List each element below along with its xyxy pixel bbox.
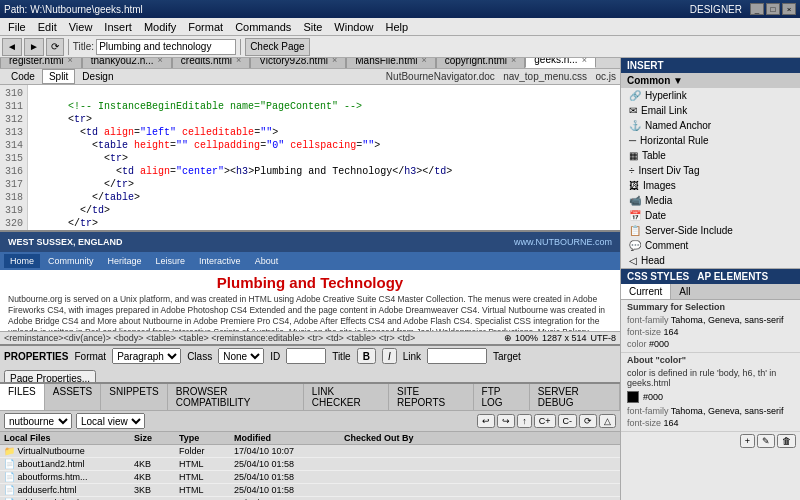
- tab-mansfile[interactable]: MansFile.html ×: [346, 58, 436, 68]
- tab-credits[interactable]: credits.html ×: [172, 58, 250, 68]
- design-tab[interactable]: Design: [75, 69, 120, 84]
- file-row-1[interactable]: 📁 VirtualNutbourneFolder17/04/10 10:07: [0, 445, 620, 458]
- title-input[interactable]: [96, 39, 236, 55]
- menu-format[interactable]: Format: [182, 20, 229, 34]
- table-label: Table: [642, 150, 666, 161]
- files-btn-6[interactable]: ⟳: [579, 414, 597, 428]
- menu-site[interactable]: Site: [297, 20, 328, 34]
- files-btn-1[interactable]: ↩: [477, 414, 495, 428]
- tab-geeks[interactable]: geeks.h... ×: [525, 58, 596, 68]
- insert-comment[interactable]: 💬 Comment: [621, 238, 800, 253]
- nav-community[interactable]: Community: [42, 254, 100, 268]
- hyperlink-label: Hyperlink: [645, 90, 687, 101]
- insert-hr[interactable]: ─ Horizontal Rule: [621, 133, 800, 148]
- tab-assets[interactable]: ASSETS: [45, 384, 101, 410]
- files-btn-4[interactable]: C+: [534, 414, 556, 428]
- toolbar-forward[interactable]: ►: [24, 38, 44, 56]
- tab-victory[interactable]: Victory928.html ×: [250, 58, 346, 68]
- tab-files[interactable]: FILES: [0, 384, 45, 410]
- tab-link-checker[interactable]: LINK CHECKER: [304, 384, 389, 410]
- insert-images[interactable]: 🖼 Images: [621, 178, 800, 193]
- css-tab-bar: Current All: [621, 284, 800, 300]
- close-button[interactable]: ×: [782, 3, 796, 15]
- files-btn-5[interactable]: C-: [558, 414, 578, 428]
- code-tab[interactable]: Code: [4, 69, 42, 84]
- menu-help[interactable]: Help: [379, 20, 414, 34]
- check-page-btn[interactable]: Check Page: [245, 38, 309, 56]
- css-rule-2: font-size 164: [621, 417, 800, 429]
- class-select[interactable]: None: [218, 348, 264, 364]
- minimize-button[interactable]: _: [750, 3, 764, 15]
- code-view[interactable]: 310311312313314 315316317318319 32032132…: [0, 85, 620, 230]
- bold-btn[interactable]: B: [357, 348, 376, 364]
- toolbar-back[interactable]: ◄: [2, 38, 22, 56]
- email-icon: ✉: [629, 105, 637, 116]
- code-content[interactable]: <!-- InstanceBeginEditable name="PageCon…: [28, 85, 620, 230]
- nav-home[interactable]: Home: [4, 254, 40, 268]
- menu-modify[interactable]: Modify: [138, 20, 182, 34]
- title-bar: Path: W:\Nutbourne\geeks.html DESIGNER _…: [0, 0, 800, 18]
- css-color-row: #000: [621, 389, 800, 405]
- tab-thankyou[interactable]: thankyou2.h... ×: [82, 58, 172, 68]
- hr-icon: ─: [629, 135, 636, 146]
- tab-browser-compat[interactable]: BROWSER COMPATIBILITY: [168, 384, 304, 410]
- menu-file[interactable]: File: [2, 20, 32, 34]
- insert-email-link[interactable]: ✉ Email Link: [621, 103, 800, 118]
- tab-snippets[interactable]: SNIPPETS: [101, 384, 167, 410]
- insert-div[interactable]: ÷ Insert Div Tag: [621, 163, 800, 178]
- menu-view[interactable]: View: [63, 20, 99, 34]
- toolbar-refresh[interactable]: ⟳: [46, 38, 64, 56]
- tab-copyright[interactable]: copyright.html ×: [436, 58, 526, 68]
- link-input[interactable]: [427, 348, 487, 364]
- comment-label: Comment: [645, 240, 688, 251]
- nav-leisure[interactable]: Leisure: [150, 254, 192, 268]
- css-tab-current[interactable]: Current: [621, 284, 671, 299]
- site-select[interactable]: nutbourne: [4, 413, 72, 429]
- insert-date[interactable]: 📅 Date: [621, 208, 800, 223]
- menu-edit[interactable]: Edit: [32, 20, 63, 34]
- menu-insert[interactable]: Insert: [98, 20, 138, 34]
- file-row-2[interactable]: 📄 about1and2.html4KBHTML25/04/10 01:58: [0, 458, 620, 471]
- preview-header-bar: WEST SUSSEX, ENGLAND www.NUTBOURNE.com: [0, 232, 620, 252]
- line-numbers: 310311312313314 315316317318319 32032132…: [0, 85, 28, 230]
- insert-hyperlink[interactable]: 🔗 Hyperlink: [621, 88, 800, 103]
- css-tab-all[interactable]: All: [671, 284, 698, 299]
- file-path: NutBourneNavigator.doc nav_top_menu.css …: [386, 71, 616, 82]
- menu-window[interactable]: Window: [328, 20, 379, 34]
- id-input[interactable]: [286, 348, 326, 364]
- files-btn-3[interactable]: ↑: [517, 414, 532, 428]
- insert-named-anchor[interactable]: ⚓ Named Anchor: [621, 118, 800, 133]
- file-row-3[interactable]: 📄 aboutforms.htm...4KBHTML25/04/10 01:58: [0, 471, 620, 484]
- anchor-icon: ⚓: [629, 120, 641, 131]
- insert-media[interactable]: 📹 Media: [621, 193, 800, 208]
- files-btn-7[interactable]: △: [599, 414, 616, 428]
- class-label: Class: [187, 351, 212, 362]
- tab-site-reports[interactable]: SITE REPORTS: [389, 384, 474, 410]
- nav-about[interactable]: About: [249, 254, 285, 268]
- split-tab[interactable]: Split: [42, 69, 75, 84]
- css-color-swatch: [627, 391, 639, 403]
- format-label: Format: [74, 351, 106, 362]
- tab-ftp-log[interactable]: FTP LOG: [474, 384, 530, 410]
- css-edit-rule-btn[interactable]: ✎: [757, 434, 775, 448]
- tab-register[interactable]: register.html ×: [0, 58, 82, 68]
- insert-ssi[interactable]: 📋 Server-Side Include: [621, 223, 800, 238]
- menu-commands[interactable]: Commands: [229, 20, 297, 34]
- italic-btn[interactable]: I: [382, 348, 397, 364]
- format-select[interactable]: Paragraph: [112, 348, 181, 364]
- media-label: Media: [645, 195, 672, 206]
- files-btn-2[interactable]: ↪: [497, 414, 515, 428]
- view-select[interactable]: Local view: [76, 413, 145, 429]
- nav-interactive[interactable]: Interactive: [193, 254, 247, 268]
- css-new-rule-btn[interactable]: +: [740, 434, 755, 448]
- tab-server-debug[interactable]: SERVER DEBUG: [530, 384, 620, 410]
- css-delete-rule-btn[interactable]: 🗑: [777, 434, 796, 448]
- file-row-4[interactable]: 📄 adduserfc.html3KBHTML25/04/10 01:58: [0, 484, 620, 497]
- insert-table[interactable]: ▦ Table: [621, 148, 800, 163]
- insert-head[interactable]: ◁ Head: [621, 253, 800, 268]
- menu-bar: File Edit View Insert Modify Format Comm…: [0, 18, 800, 36]
- main-content: register.html × thankyou2.h... × credits…: [0, 58, 800, 500]
- common-section-header[interactable]: Common ▼: [621, 73, 800, 88]
- nav-heritage[interactable]: Heritage: [102, 254, 148, 268]
- maximize-button[interactable]: □: [766, 3, 780, 15]
